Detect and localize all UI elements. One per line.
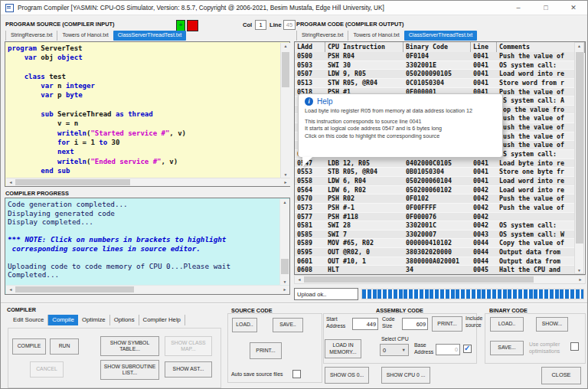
progress-line: Code generation completed... [8,200,277,209]
editor-horizontal-scrollbar[interactable]: ◄ ► [6,178,290,186]
scroll-down-icon[interactable]: ▼ [280,279,289,284]
progress-vertical-scrollbar[interactable]: ▲ ▼ [279,199,289,285]
binary-load-button[interactable]: LOAD.. [490,317,524,332]
scroll-left-icon[interactable]: ◄ [7,178,15,186]
table-row[interactable]: 0570PSH R020F01020042Push the value of [295,194,575,204]
show-os-button[interactable]: SHOW OS 0... [325,367,369,384]
col-value-field[interactable]: 1 [255,20,266,30]
close-button[interactable]: CLOSE [541,367,581,384]
divider [1,302,588,304]
table-row[interactable]: 0558LDW 6, R040502000601040041Load word … [295,177,575,186]
show-subroutine-list-button[interactable]: SHOW SUBROUTINE LIST... [100,360,159,380]
cancel-button[interactable]: CANCEL [30,361,64,378]
maximize-icon[interactable]: □ [535,2,557,13]
scroll-left-icon[interactable]: ◄ [296,276,303,283]
source-editor[interactable]: program ServerTest var obj object class … [5,41,290,187]
table-row[interactable]: 0553STB R05, @R040B010503040041Store one… [295,168,575,177]
progress-line: *** NOTE: Click on numbers in brackets t… [8,235,277,244]
compiler-tab-4[interactable]: Compiler Help [139,315,185,325]
compiler-progress-box[interactable]: Code generation completed...Displaying g… [5,198,290,295]
scroll-up-icon[interactable]: ▲ [281,44,290,48]
source-load-button[interactable]: LOAD.. [232,318,257,332]
code-line: next [8,147,282,156]
code-line: end sub [8,166,282,175]
table-row[interactable]: 0573PSH #-10F00FFFF0042Push the value of [295,204,575,213]
line-value-field[interactable]: 45 [283,20,296,30]
use-optimisations-checkbox[interactable] [570,342,579,351]
assembly-print-button[interactable]: PRINT... [432,316,462,332]
scroll-right-icon[interactable]: ► [282,178,289,186]
source-code-area[interactable]: program ServerTest var obj object class … [5,42,282,178]
source-tab-2[interactable]: ClassServerThreadTest.txt [113,31,187,41]
compile-button[interactable]: COMPILE [12,338,46,355]
cpu-select-value: 0 [383,347,386,354]
table-row[interactable]: 0595OUT @R02, 03803020200000044Output da… [295,248,575,257]
show-class-map-button[interactable]: SHOW CLASS MAP... [165,336,212,356]
table-row[interactable]: 0547LDB 12, R050402000C01050041Load byte… [295,159,575,168]
table-row[interactable]: 0503SWI 303302001E0041OS system call: [295,61,575,70]
code-line [8,63,282,72]
output-tab-2[interactable]: ClassServerThreadTest.txt [404,31,478,41]
run-button[interactable]: RUN [50,338,79,355]
editor-vertical-scrollbar[interactable]: ▲ ▼ [280,43,290,178]
table-row[interactable]: 0577PSH #1180F0000760042 [295,213,575,222]
start-address-field[interactable]: 449 [352,318,378,330]
table-body: 0500PSH R040F01040041Push the value of05… [295,52,575,275]
table-row[interactable]: 0507LDW 9, R050502000901050041Load word … [295,70,575,79]
cpu-select-dropdown[interactable]: 0 ▼ [380,344,409,356]
table-row[interactable]: 0500PSH R040F01040041Push the value of [295,52,575,61]
binary-save-button[interactable]: SAVE... [490,341,524,355]
title-bar[interactable]: Program Compiler [YASMIN: CPU-OS Simulat… [1,1,587,15]
table-vertical-scrollbar[interactable]: ▲ ▼ [574,42,584,274]
table-row[interactable]: 0589MOV #65, R020000004101020044Copy the… [295,239,575,248]
show-ast-button[interactable]: SHOW AST... [165,361,212,378]
tooltip-line: This instruction corresponds to source l… [305,118,496,125]
source-tab-0[interactable]: StringReverse.txt [5,31,57,41]
scroll-down-icon[interactable]: ▼ [281,172,290,177]
progress-line: Uploading code to code memory of CPU 0..… [8,262,277,271]
minimize-icon[interactable]: – [508,2,529,13]
source-print-button[interactable]: PRINT... [250,342,282,359]
show-symbol-table-button[interactable]: SHOW SYMBOL TABLE... [100,336,159,356]
output-tab-1[interactable]: Towers of Hanoi.txt [348,31,403,41]
source-save-button[interactable]: SAVE.. [273,318,303,332]
table-horizontal-scrollbar[interactable]: ◄ ► [294,275,586,284]
progress-line: Displaying generated code [8,209,277,218]
output-code-table[interactable]: LAddCPU InstructionBinary CodeLineCommen… [294,41,586,275]
auto-save-checkbox[interactable] [292,370,301,378]
scroll-down-icon[interactable]: ▼ [575,268,583,273]
compiler-tab-2[interactable]: Optimize [78,315,110,325]
output-tab-0[interactable]: StringReverse.txt [296,31,348,41]
compiler-tabs: Edit SourceCompileOptimizeOptionsCompile… [9,315,185,325]
binary-show-button[interactable]: SHOW... [536,317,568,332]
close-icon[interactable]: ✕ [563,2,584,13]
scroll-right-icon[interactable]: ► [577,276,584,283]
scroll-left-icon[interactable]: ◄ [7,286,15,294]
table-row[interactable]: 0513STW R05, @R040C010503040041Store wor… [295,79,575,88]
table-row[interactable]: 0608HLT340045Halt the CPU and [295,266,575,275]
compiler-tab-0[interactable]: Edit Source [9,315,48,325]
scroll-up-icon[interactable]: ▲ [280,200,289,204]
table-row[interactable]: 0581SWI 283302001C0042OS system call: [295,221,575,230]
table-row[interactable]: 0564LDW 6, R020502000601020042Load word … [295,186,575,195]
column-header: Comments [497,42,585,52]
table-row[interactable]: 0601OUT #10, 13800000A0200010044Output d… [295,257,575,266]
compiler-section-header: COMPILER [7,306,36,313]
table-row[interactable]: 0585SWI 7330200070043OS system call: W [295,230,575,240]
upload-status-field[interactable]: Upload ok.. [294,288,358,300]
scroll-right-icon[interactable]: ► [281,286,289,294]
code-line: var p byte [8,90,282,100]
tooltip-line: Click on this code to highlight the corr… [305,132,496,139]
load-in-memory-button[interactable]: LOAD IN MEMORY... [325,339,361,358]
base-address-field[interactable]: 0 [436,344,460,355]
compiler-tab-1[interactable]: Compile [48,315,78,325]
code-size-field[interactable]: 609 [402,318,428,330]
progress-horizontal-scrollbar[interactable]: ◄ ► [6,285,289,294]
select-cpu-label: Select CPU [381,336,409,343]
compiler-tab-3[interactable]: Options [110,315,139,325]
code-line: v = n [8,119,282,128]
show-cpu-button[interactable]: SHOW CPU 0 ... [381,367,430,384]
source-tab-1[interactable]: Towers of Hanoi.txt [57,31,113,41]
scroll-up-icon[interactable]: ▲ [575,44,583,48]
base-address-checkbox[interactable] [463,345,472,353]
